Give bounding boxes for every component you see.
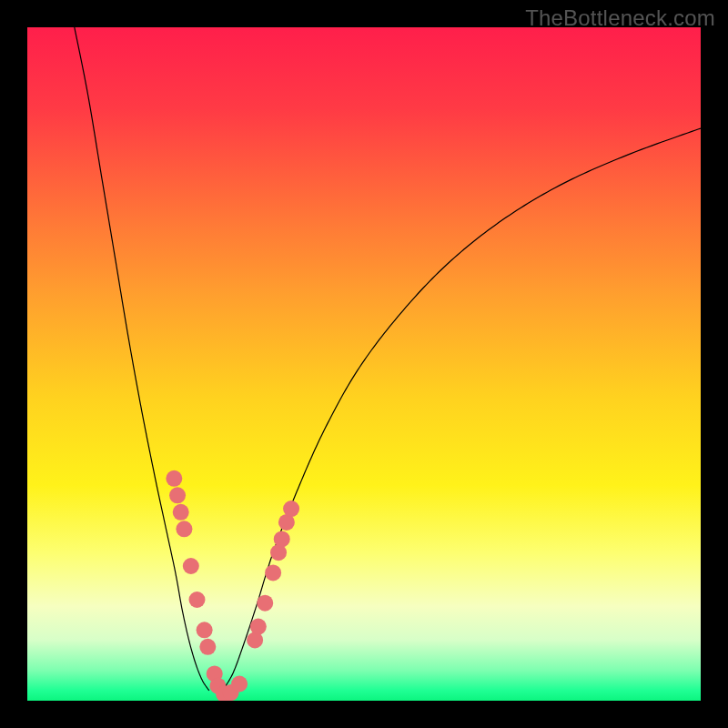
data-marker <box>265 564 281 581</box>
chart-frame: TheBottleneck.com <box>0 0 728 728</box>
watermark-text: TheBottleneck.com <box>525 5 715 31</box>
data-marker <box>176 521 192 537</box>
curve-left-branch <box>75 27 209 691</box>
data-marker <box>183 558 199 574</box>
data-marker <box>197 622 213 638</box>
curve-layer <box>27 27 701 701</box>
plot-area <box>27 27 701 701</box>
data-marker <box>188 592 205 608</box>
data-markers <box>166 470 299 701</box>
data-marker <box>274 531 290 547</box>
data-marker <box>169 487 186 503</box>
data-marker <box>250 619 267 635</box>
data-marker <box>283 500 299 517</box>
data-marker <box>231 676 248 693</box>
data-marker <box>173 504 189 521</box>
data-marker <box>199 639 216 655</box>
curve-right-branch <box>223 128 701 691</box>
data-marker <box>257 595 273 612</box>
data-marker <box>166 470 182 487</box>
